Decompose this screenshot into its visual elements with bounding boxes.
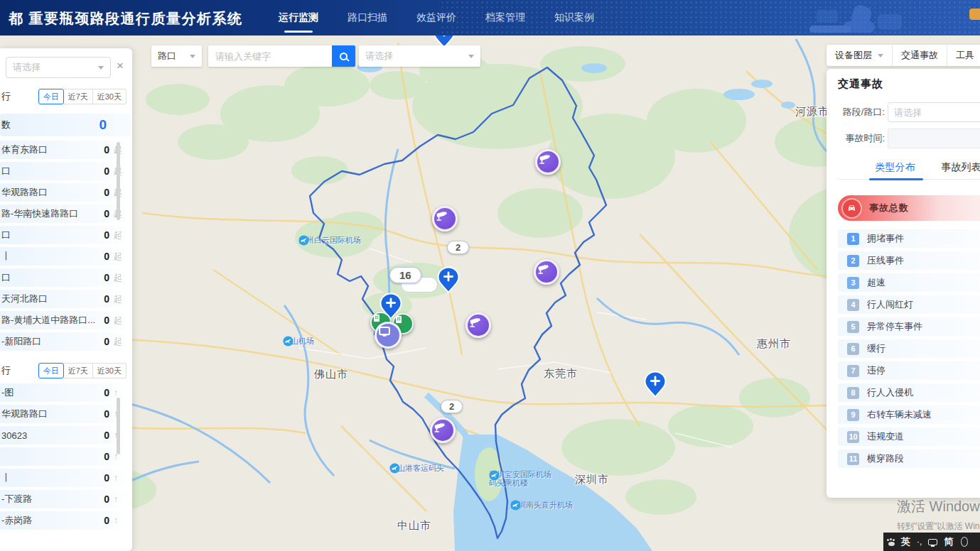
traffic-accident-button[interactable]: 交通事故: [893, 45, 947, 66]
range-7days-button[interactable]: 近7天: [64, 89, 93, 104]
camera-marker[interactable]: [535, 149, 561, 175]
map-pin-marker[interactable]: [644, 371, 667, 399]
rank-list-item[interactable]: -下渡路 0 ↑: [0, 490, 132, 508]
marker-count-bubble[interactable]: 2: [447, 241, 469, 254]
app-root: 河源市惠州市东莞市深圳市中山市佛山市 广州白云国际机场 佛山机场 中山港客运码头…: [0, 0, 980, 551]
range-today-button[interactable]: 今日: [38, 89, 64, 104]
rank-list-item[interactable]: 口 0 起: [0, 162, 132, 180]
rank-list-item[interactable]: 华观路路口 0 起: [0, 183, 132, 202]
left-section-accidents: 行 今日 近7天 近30天 数 0 体育东路口 0 起 口 0 起 华观路路口 …: [0, 88, 132, 351]
ime-keyboard-icon[interactable]: [928, 539, 937, 545]
total-value: 0: [99, 117, 107, 133]
accident-type-item[interactable]: 5 异常停车事件: [838, 317, 980, 336]
rank-list-item[interactable]: -图 0 ↑: [0, 383, 132, 402]
accident-type-item[interactable]: 9 右转车辆未减速: [838, 405, 980, 424]
rank-badge: 6: [847, 343, 859, 355]
cctv-camera-icon: [434, 208, 450, 224]
rank-list-item[interactable]: -新阳路口 0 起: [0, 332, 132, 351]
accident-tabs: 类型分布 事故列表: [838, 156, 980, 180]
rank-badge: 3: [847, 277, 859, 289]
close-icon[interactable]: ×: [117, 60, 124, 72]
accident-type-label: 拥堵事件: [867, 232, 904, 245]
map-pin-marker[interactable]: 2: [437, 266, 460, 295]
monitor-marker[interactable]: [375, 322, 402, 349]
rank-list-item[interactable]: 丨 0 起: [0, 247, 132, 266]
accident-type-item[interactable]: 11 横穿路段: [838, 449, 980, 468]
search-category-select[interactable]: 路口: [151, 45, 202, 67]
rank-list-item[interactable]: 口 0 起: [0, 268, 132, 287]
tab-accident-list[interactable]: 事故列表: [935, 156, 980, 180]
range-30days-button[interactable]: 近30天: [93, 89, 126, 104]
left-filter-select[interactable]: 请选择: [6, 57, 111, 78]
rank-item-value: 0: [104, 493, 109, 505]
camera-marker[interactable]: [465, 312, 491, 338]
tools-button[interactable]: 工具: [947, 45, 980, 66]
rank-list-item[interactable]: 30623 0 ↑: [0, 426, 132, 444]
tab-type-distribution[interactable]: 类型分布: [869, 156, 921, 180]
rank-item-value: 0: [104, 336, 109, 347]
navbar-corner-icon[interactable]: [969, 9, 980, 20]
search-button[interactable]: [332, 45, 355, 67]
taskbar-fragment: 英 ·, 简: [883, 533, 980, 551]
rank-list-item[interactable]: -赤岗路 0 ↑: [0, 511, 132, 530]
rank-item-name: 华观路路口: [0, 408, 104, 420]
screen-icon: [377, 324, 392, 339]
nav-item-0[interactable]: 运行监测: [277, 0, 320, 36]
rank-list-item[interactable]: 体育东路口 0 起: [0, 141, 132, 159]
rank-item-unit: ↑: [114, 388, 124, 398]
rank-badge: 7: [847, 365, 859, 377]
ime-language-toggle[interactable]: 英: [901, 535, 910, 548]
accident-type-item[interactable]: 10 违规变道: [838, 427, 980, 446]
left-section-flow: 行 今日 近7天 近30天 -图 0 ↑ 华观路路口 0 ↑ 30623 0 ↑…: [0, 362, 132, 530]
accident-total-pill[interactable]: 事故总数: [838, 195, 980, 221]
search-filter-select[interactable]: 请选择: [359, 45, 480, 67]
accident-type-item[interactable]: 3 超速: [838, 273, 980, 292]
search-keyword-input[interactable]: [208, 45, 332, 67]
nav-item-1[interactable]: 路口扫描: [346, 0, 389, 36]
camera-marker[interactable]: [534, 259, 559, 285]
rank-item-value: 0: [104, 229, 109, 241]
marker-count-bubble[interactable]: 16: [389, 267, 421, 283]
accident-time-input[interactable]: [888, 129, 980, 148]
rank-list-item[interactable]: 路-华南快速路路口 0 起: [0, 204, 132, 223]
camera-marker[interactable]: [432, 206, 458, 231]
rank-badge: 4: [847, 299, 859, 311]
accident-type-item[interactable]: 2 压线事件: [838, 251, 980, 270]
ime-simplified-toggle[interactable]: 简: [944, 535, 953, 548]
search-filter-placeholder: 请选择: [365, 50, 393, 62]
camera-marker[interactable]: 2: [430, 418, 456, 443]
rank-list-item[interactable]: 口 0 起: [0, 226, 132, 244]
ime-paw-icon[interactable]: [888, 542, 895, 546]
range-7days-button[interactable]: 近7天: [64, 363, 93, 378]
road-select-input[interactable]: [888, 102, 980, 122]
rank-item-name: 体育东路口: [0, 143, 104, 156]
nav-item-4[interactable]: 知识案例: [553, 0, 596, 36]
scrollbar-thumb[interactable]: [117, 142, 120, 220]
accident-type-label: 异常停车事件: [867, 320, 922, 333]
rank-badge: 1: [847, 233, 859, 245]
rank-list-item[interactable]: 天河北路口 0 起: [0, 290, 132, 308]
accident-type-item[interactable]: 7 违停: [838, 361, 980, 380]
device-layers-button[interactable]: 设备图层: [826, 45, 893, 66]
rank-item-unit: 起: [114, 251, 124, 263]
rank-list-item[interactable]: 华观路路口 0 ↑: [0, 405, 132, 423]
rank-list-item[interactable]: 0 ↑: [0, 447, 132, 466]
map-tools-toolbar: 设备图层 交通事故 工具: [826, 45, 980, 66]
accident-type-item[interactable]: 4 行人闯红灯: [838, 295, 980, 314]
range-today-button[interactable]: 今日: [38, 363, 64, 378]
marker-count-bubble[interactable]: 2: [441, 400, 463, 413]
section-title-fragment: 行: [1, 90, 11, 103]
nav-item-3[interactable]: 档案管理: [484, 0, 527, 36]
accident-type-item[interactable]: 8 行人入侵机: [838, 383, 980, 402]
scrollbar-thumb[interactable]: [117, 398, 120, 454]
rank-list-item[interactable]: 丨 0 ↑: [0, 469, 132, 487]
accident-type-item[interactable]: 6 缓行: [838, 339, 980, 358]
ime-more-icon[interactable]: [961, 537, 968, 547]
rank-item-value: 0: [104, 387, 109, 398]
rank-list-item[interactable]: 路-黄埔大道中路路口... 0 起: [0, 311, 132, 329]
range-30days-button[interactable]: 近30天: [93, 363, 126, 378]
road-select-label: 路段/路口:: [838, 106, 885, 119]
accident-type-item[interactable]: 1 拥堵事件: [838, 229, 980, 248]
ime-punctuation-toggle[interactable]: ·,: [917, 537, 922, 547]
nav-item-2[interactable]: 效益评价: [415, 0, 458, 36]
